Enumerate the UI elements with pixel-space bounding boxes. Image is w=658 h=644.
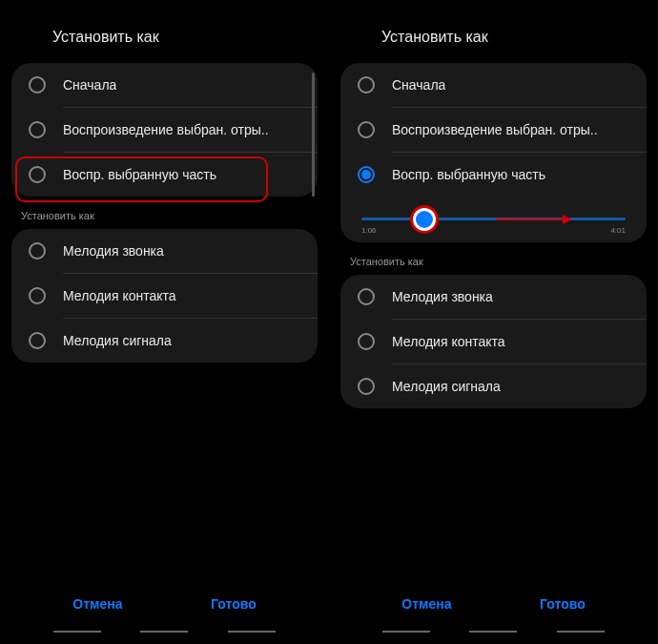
radio-icon	[358, 288, 375, 305]
option-label: Сначала	[63, 77, 116, 93]
playback-slider[interactable]: 1:06 4:01	[340, 197, 647, 242]
option-label: Воспроизведение выбран. отры..	[63, 122, 269, 137]
option-label: Сначала	[392, 77, 445, 93]
cancel-button[interactable]: Отмена	[72, 596, 122, 612]
option-notification-melody[interactable]: Мелодия сигнала	[11, 319, 318, 363]
option-label: Воспроизведение выбран. отры..	[392, 122, 598, 137]
done-button[interactable]: Готово	[211, 596, 257, 612]
radio-icon	[29, 121, 46, 138]
section-subtitle: Установить как	[329, 242, 658, 275]
nav-bar[interactable]	[53, 631, 101, 633]
radio-icon	[29, 332, 46, 349]
screen-title: Установить как	[329, 0, 658, 63]
option-from-beginning[interactable]: Сначала	[340, 63, 647, 107]
radio-icon	[358, 378, 375, 395]
option-play-selected-part-long[interactable]: Воспроизведение выбран. отры..	[11, 108, 318, 152]
nav-bars	[0, 631, 329, 633]
option-label: Мелодия сигнала	[392, 379, 501, 394]
slider-end-time: 4:01	[610, 226, 626, 235]
option-label: Мелодия контакта	[63, 288, 176, 303]
done-button[interactable]: Готово	[540, 596, 586, 612]
radio-icon	[358, 333, 375, 350]
arrow-annotation-icon	[496, 213, 572, 226]
slider-track[interactable]	[361, 218, 626, 220]
option-label: Мелодия контакта	[392, 334, 505, 349]
option-contact-melody[interactable]: Мелодия контакта	[340, 320, 647, 364]
option-label: Мелодия звонка	[63, 243, 164, 259]
bottom-buttons: Отмена Готово	[0, 596, 329, 612]
slider-times: 1:06 4:01	[361, 226, 626, 235]
nav-bar[interactable]	[382, 631, 430, 633]
set-as-options-card: Мелодия звонка Мелодия контакта Мелодия …	[340, 275, 647, 408]
radio-icon	[358, 76, 375, 93]
left-panel: Установить как Сначала Воспроизведение в…	[0, 0, 329, 644]
option-ringtone[interactable]: Мелодия звонка	[11, 229, 318, 273]
option-label: Мелодия звонка	[392, 289, 493, 304]
option-label: Воспр. выбранную часть	[63, 167, 216, 182]
option-play-selected-part[interactable]: Воспр. выбранную часть	[11, 153, 318, 197]
svg-marker-1	[563, 215, 572, 224]
option-notification-melody[interactable]: Мелодия сигнала	[340, 364, 647, 408]
option-label: Воспр. выбранную часть	[392, 167, 545, 182]
bottom-buttons: Отмена Готово	[329, 596, 658, 612]
playback-options-card: Сначала Воспроизведение выбран. отры.. В…	[340, 63, 647, 242]
nav-bar[interactable]	[557, 631, 605, 633]
option-play-selected-part-long[interactable]: Воспроизведение выбран. отры..	[340, 108, 647, 152]
slider-thumb[interactable]	[413, 208, 436, 231]
option-from-beginning[interactable]: Сначала	[11, 63, 318, 107]
radio-icon	[29, 287, 46, 304]
right-panel: Установить как Сначала Воспроизведение в…	[329, 0, 658, 644]
radio-icon	[29, 76, 46, 93]
option-ringtone[interactable]: Мелодия звонка	[340, 275, 647, 319]
radio-icon	[358, 121, 375, 138]
nav-bar[interactable]	[228, 631, 276, 633]
radio-icon	[29, 166, 46, 183]
set-as-options-card: Мелодия звонка Мелодия контакта Мелодия …	[11, 229, 318, 363]
option-contact-melody[interactable]: Мелодия контакта	[11, 274, 318, 318]
nav-bar[interactable]	[469, 631, 517, 633]
slider-start-time: 1:06	[361, 226, 377, 235]
nav-bars	[329, 631, 658, 633]
option-play-selected-part[interactable]: Воспр. выбранную часть	[340, 153, 647, 197]
playback-options-card: Сначала Воспроизведение выбран. отры.. В…	[11, 63, 318, 197]
section-subtitle: Установить как	[0, 197, 329, 229]
radio-icon-checked	[358, 166, 375, 183]
radio-icon	[29, 242, 46, 260]
option-label: Мелодия сигнала	[63, 333, 172, 348]
cancel-button[interactable]: Отмена	[401, 596, 451, 612]
screen-title: Установить как	[0, 0, 329, 63]
nav-bar[interactable]	[140, 631, 188, 633]
